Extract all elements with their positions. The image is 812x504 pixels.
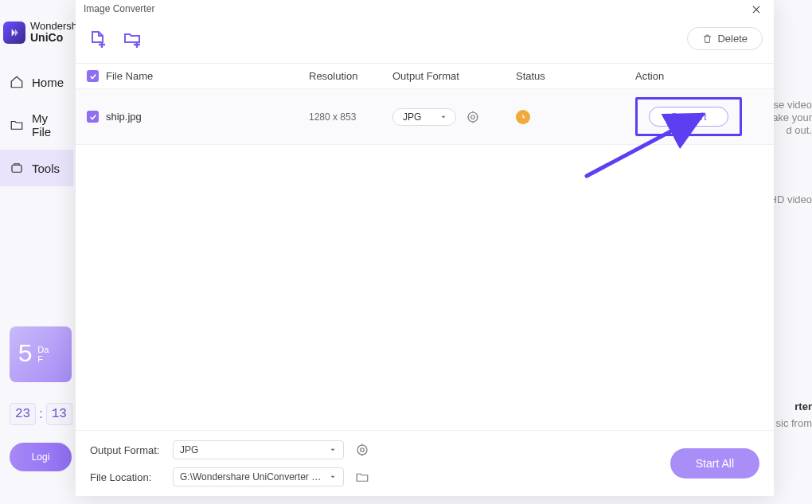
- svg-rect-0: [12, 165, 21, 172]
- image-converter-modal: Image Converter Delete File Name Resolut…: [76, 0, 774, 496]
- svg-point-2: [471, 115, 475, 119]
- countdown-number: 5: [18, 340, 33, 369]
- footer-fileloc-label: File Location:: [90, 471, 162, 483]
- open-folder-icon[interactable]: [355, 469, 371, 485]
- convert-button[interactable]: Convert: [649, 107, 728, 127]
- bg-text: HD video: [770, 193, 812, 205]
- table-row: ship.jpg 1280 x 853 JPG Convert: [76, 89, 774, 145]
- svg-point-1: [468, 112, 478, 122]
- bg-text: sic from: [776, 417, 813, 429]
- bg-text: rter: [794, 400, 812, 412]
- chevron-down-icon: [439, 113, 447, 121]
- add-file-button[interactable]: [87, 29, 107, 49]
- footer-settings-icon[interactable]: [355, 442, 371, 458]
- countdown-timer: 23 : 13: [10, 403, 72, 425]
- col-filename: File Name: [106, 70, 309, 82]
- status-pending-icon: [516, 110, 530, 124]
- svg-point-4: [357, 445, 367, 455]
- format-select[interactable]: JPG: [392, 108, 456, 126]
- file-name: ship.jpg: [106, 111, 309, 123]
- sidebar-item-label: Tools: [32, 162, 60, 175]
- svg-point-5: [361, 448, 365, 452]
- chevron-down-icon: [329, 446, 337, 454]
- row-checkbox[interactable]: [87, 111, 99, 123]
- select-all-checkbox[interactable]: [87, 70, 99, 82]
- footer-location-select[interactable]: G:\Wondershare UniConverter 15\Im: [173, 467, 344, 486]
- sidebar: Home My File Tools: [0, 64, 73, 186]
- countdown-hours: 23: [10, 403, 36, 425]
- modal-title: Image Converter: [84, 3, 154, 14]
- sidebar-item-myfiles[interactable]: My File: [0, 100, 73, 150]
- close-button[interactable]: [748, 2, 764, 18]
- bg-text: ake your: [772, 111, 812, 123]
- convert-highlight: Convert: [635, 97, 742, 136]
- countdown-label: Da: [37, 345, 49, 354]
- chevron-down-icon: [329, 473, 337, 481]
- app-logo: Wondersh UniCo: [3, 21, 77, 45]
- table-header: File Name Resolution Output Format Statu…: [76, 64, 774, 89]
- footer-format-select[interactable]: JPG: [173, 440, 344, 459]
- bg-text: use video: [767, 99, 812, 111]
- file-resolution: 1280 x 853: [309, 111, 392, 123]
- logo-icon: [3, 21, 25, 44]
- col-status: Status: [516, 70, 635, 82]
- login-button[interactable]: Logi: [10, 443, 72, 471]
- countdown-sublabel: F: [37, 354, 49, 364]
- sidebar-item-tools[interactable]: Tools: [0, 150, 73, 186]
- modal-footer: Output Format: JPG File Location: G:\Won…: [76, 430, 774, 496]
- sidebar-item-home[interactable]: Home: [0, 64, 73, 100]
- footer-outfmt-label: Output Format:: [90, 444, 162, 456]
- sidebar-item-label: Home: [32, 76, 64, 89]
- col-action: Action: [635, 70, 763, 82]
- delete-button[interactable]: Delete: [687, 27, 763, 50]
- start-all-button[interactable]: Start All: [670, 448, 759, 479]
- format-settings-icon[interactable]: [466, 110, 480, 124]
- bg-text: d out.: [786, 124, 812, 136]
- logo-text: Wondersh UniCo: [30, 21, 77, 45]
- sidebar-item-label: My File: [32, 111, 64, 139]
- col-resolution: Resolution: [309, 70, 392, 82]
- add-folder-button[interactable]: [122, 29, 142, 49]
- col-outputformat: Output Format: [392, 70, 516, 82]
- modal-toolbar: Delete: [76, 14, 774, 64]
- countdown-card: 5 Da F: [10, 326, 72, 382]
- countdown-mins: 13: [46, 403, 72, 425]
